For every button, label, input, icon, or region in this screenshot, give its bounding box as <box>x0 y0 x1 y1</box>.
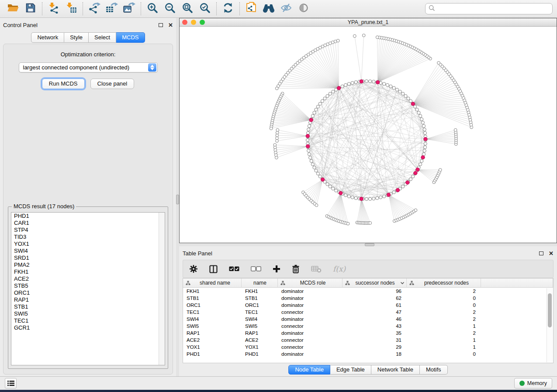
show-graphics-details-button[interactable] <box>295 1 312 16</box>
table-row[interactable]: PHD1PHD1dominator180 <box>183 351 553 358</box>
table-cell: dominator <box>278 351 343 358</box>
table-row[interactable]: STB1STB1dominator620 <box>183 295 553 302</box>
table-row[interactable]: RAP1RAP1dominator352 <box>183 330 553 337</box>
list-item[interactable]: YOX1 <box>11 241 165 248</box>
list-item[interactable]: RAP1 <box>11 296 165 303</box>
zoom-in-button[interactable] <box>144 1 161 16</box>
hide-graphics-details-button[interactable] <box>277 1 295 16</box>
deselect-all-rows-button[interactable] <box>251 266 261 272</box>
network-view-titlebar[interactable]: YPA_prune.txt_1 <box>180 18 557 27</box>
list-item[interactable]: PHD1 <box>11 213 165 220</box>
table-row[interactable]: FKH1FKH1dominator962 <box>183 288 553 295</box>
import-network-button[interactable] <box>45 1 62 16</box>
optimization-criterion-select[interactable]: largest connected component (undirected) <box>19 62 158 72</box>
tab-edge-table[interactable]: Edge Table <box>330 365 371 375</box>
horizontal-splitter[interactable] <box>179 243 557 246</box>
export-network-button[interactable] <box>86 1 103 16</box>
list-scrollbar[interactable] <box>159 213 165 365</box>
list-item[interactable]: TID3 <box>11 234 165 241</box>
global-search-field[interactable] <box>425 3 553 14</box>
column-header-mcds-role[interactable]: MCDS role <box>278 279 343 288</box>
new-network-from-selection-button[interactable] <box>242 1 260 16</box>
delete-table-button-disabled[interactable] <box>311 265 322 273</box>
table-cell: 46 <box>343 316 407 323</box>
zoom-out-button[interactable] <box>161 1 179 16</box>
table-cell: 35 <box>343 330 407 337</box>
toolbar-separator <box>42 2 42 15</box>
tab-select[interactable]: Select <box>89 32 116 43</box>
show-task-history-button[interactable] <box>5 378 17 389</box>
column-header-successor-nodes[interactable]: successor nodes <box>343 279 407 288</box>
close-panel-icon[interactable]: ✕ <box>549 251 554 256</box>
run-mcds-button[interactable]: Run MCDS <box>42 79 85 89</box>
apply-layout-button[interactable] <box>219 1 237 16</box>
memory-button[interactable]: Memory <box>514 378 552 389</box>
show-columns-button[interactable] <box>209 265 218 273</box>
list-item[interactable]: PMA2 <box>11 261 165 268</box>
column-header-predecessor-nodes[interactable]: predecessor nodes <box>407 279 481 288</box>
list-item[interactable]: FKH1 <box>11 268 165 275</box>
close-panel-button[interactable]: Close panel <box>90 79 135 89</box>
toolbar-separator <box>239 2 240 15</box>
list-item[interactable]: STB5 <box>11 282 165 289</box>
network-canvas[interactable] <box>180 27 557 243</box>
search-network-button[interactable] <box>260 1 277 16</box>
list-item[interactable]: ORC1 <box>11 289 165 296</box>
list-item[interactable]: SWI4 <box>11 248 165 254</box>
network-graph[interactable] <box>180 27 557 243</box>
list-item[interactable]: TEC1 <box>11 317 165 324</box>
network-nodes[interactable] <box>270 34 473 225</box>
export-table-button[interactable] <box>103 1 121 16</box>
column-header-shared-name[interactable]: shared name <box>183 279 242 288</box>
close-panel-icon[interactable]: ✕ <box>168 22 173 28</box>
mcds-result-list[interactable]: PHD1CAR1STP4TID3YOX1SWI4SRD1PMA2FKH1ACE2… <box>11 212 165 365</box>
table-row[interactable]: SWI5SWI5connector431 <box>183 323 553 330</box>
table-cell: YOX1 <box>242 344 278 351</box>
tab-mcds[interactable]: MCDS <box>116 32 145 43</box>
table-row[interactable]: TEC1TEC1connector472 <box>183 309 553 316</box>
table-cell: 1 <box>407 344 481 351</box>
zoom-fit-button[interactable] <box>179 1 196 16</box>
tab-network-table[interactable]: Network Table <box>371 365 420 375</box>
table-cell: 62 <box>343 295 407 302</box>
column-header-name[interactable]: name <box>242 279 278 288</box>
list-item[interactable]: STP4 <box>11 227 165 234</box>
table-row[interactable]: ACE2ACE2connector311 <box>183 337 553 344</box>
export-image-button[interactable] <box>121 1 138 16</box>
list-item[interactable]: SWI5 <box>11 310 165 317</box>
tab-motifs[interactable]: Motifs <box>420 365 448 375</box>
vertical-splitter[interactable] <box>176 18 179 376</box>
search-input[interactable] <box>437 6 549 12</box>
table-cell: 0 <box>407 302 481 309</box>
open-file-button[interactable] <box>4 1 22 16</box>
list-item[interactable]: STB1 <box>11 303 165 310</box>
save-session-button[interactable] <box>22 1 39 16</box>
table-row[interactable]: SWI4SWI4dominator462 <box>183 316 553 323</box>
zoom-selected-button[interactable] <box>196 1 214 16</box>
scrollbar-thumb[interactable] <box>548 293 552 327</box>
splitter-grip[interactable] <box>176 195 179 204</box>
table-cell: FKH1 <box>183 288 242 295</box>
tab-style[interactable]: Style <box>64 32 89 43</box>
float-panel-icon[interactable] <box>539 251 543 255</box>
select-all-rows-button[interactable] <box>229 266 239 272</box>
list-item[interactable]: ACE2 <box>11 275 165 282</box>
float-panel-icon[interactable] <box>159 23 163 27</box>
list-item[interactable]: SRD1 <box>11 254 165 261</box>
splitter-grip[interactable] <box>365 243 374 246</box>
table-scrollbar[interactable] <box>547 288 553 362</box>
list-item[interactable]: CAR1 <box>11 220 165 227</box>
tab-node-table[interactable]: Node Table <box>288 365 330 375</box>
list-item[interactable]: GCR1 <box>11 324 165 331</box>
tab-network[interactable]: Network <box>31 32 64 43</box>
table-cell: RAP1 <box>183 330 242 337</box>
table-row[interactable]: YOX1YOX1connector291 <box>183 344 553 351</box>
create-column-button[interactable] <box>273 265 280 273</box>
table-row[interactable]: ORC1ORC1dominator610 <box>183 302 553 309</box>
table-settings-button[interactable] <box>189 265 198 273</box>
main-toolbar <box>0 0 557 18</box>
import-table-button[interactable] <box>62 1 80 16</box>
function-builder-button-disabled[interactable]: f(x) <box>333 265 346 273</box>
table-cell: connector <box>278 344 343 351</box>
delete-column-button[interactable] <box>292 265 300 273</box>
